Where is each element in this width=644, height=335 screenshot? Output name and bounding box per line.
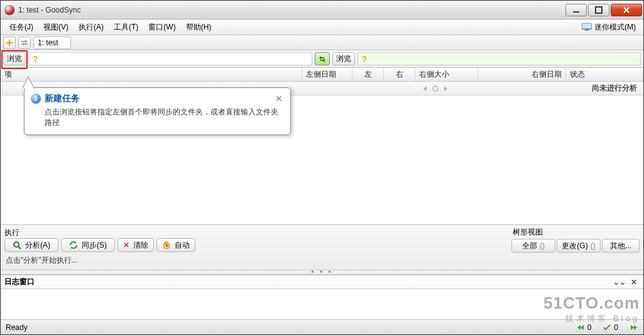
sync-direction-button[interactable] bbox=[18, 36, 31, 49]
svg-rect-0 bbox=[573, 11, 579, 13]
window-title: 1: test - GoodSync bbox=[18, 6, 564, 14]
splitter-handle[interactable]: • • • bbox=[1, 270, 643, 275]
close-button[interactable] bbox=[611, 4, 642, 16]
direction-indicator bbox=[302, 85, 568, 92]
add-tab-button[interactable] bbox=[3, 36, 16, 49]
double-arrow-right-icon bbox=[630, 324, 638, 331]
menubar: 任务(J) 视图(V) 执行(A) 工具(T) 窗口(W) 帮助(H) 迷你模式… bbox=[1, 19, 643, 35]
svg-rect-1 bbox=[596, 7, 602, 13]
log-close-button[interactable]: ✕ bbox=[628, 278, 640, 287]
left-path-input[interactable]: ? bbox=[28, 52, 312, 65]
x-icon: ✕ bbox=[123, 241, 129, 250]
log-header: 日志窗口 ⌄⌄ ✕ bbox=[1, 275, 643, 289]
tabstrip: 1: test bbox=[1, 35, 643, 50]
mini-mode-label: 迷你模式(M) bbox=[594, 22, 636, 33]
status-ready: Ready bbox=[6, 323, 28, 332]
browse-left-button[interactable]: 浏览 bbox=[3, 52, 26, 65]
svg-point-5 bbox=[433, 86, 438, 91]
maximize-button[interactable] bbox=[588, 4, 609, 16]
treeview-other-button[interactable]: 其他... bbox=[602, 239, 640, 253]
col-left[interactable]: 左 bbox=[352, 68, 384, 81]
question-icon: ? bbox=[33, 54, 38, 64]
log-panel: 日志窗口 ⌄⌄ ✕ bbox=[1, 275, 643, 319]
action-panel: 执行 分析(A) 同步(S) ✕ 清除 bbox=[1, 224, 643, 270]
app-window: 1: test - GoodSync 任务(J) 视图(V) 执行(A) 工具(… bbox=[0, 0, 644, 335]
status-left-count: 0 bbox=[576, 323, 592, 332]
menu-help[interactable]: 帮助(H) bbox=[181, 20, 217, 35]
right-path-input[interactable]: ? bbox=[357, 52, 641, 65]
magnify-icon bbox=[13, 241, 21, 250]
hint-text: 点击"分析"开始执行... bbox=[4, 253, 640, 267]
job-tab[interactable]: 1: test bbox=[33, 36, 71, 49]
browse-right-button[interactable]: 浏览 bbox=[332, 52, 355, 65]
tooltip-close-button[interactable]: ✕ bbox=[274, 94, 284, 104]
col-state[interactable]: 状态 bbox=[566, 68, 643, 81]
col-item[interactable]: 项 bbox=[1, 68, 302, 81]
titlebar: 1: test - GoodSync bbox=[1, 1, 643, 19]
execute-section-label: 执行 bbox=[4, 228, 195, 238]
tutorial-tooltip: i 新建任务 ✕ 点击浏览按钮将指定左侧首个即将同步的文件夹，或者直接输入文件夹… bbox=[24, 87, 291, 135]
mini-mode-button[interactable]: 迷你模式(M) bbox=[578, 22, 640, 33]
menu-window[interactable]: 窗口(W) bbox=[143, 20, 180, 35]
analysis-status: 尚未进行分析 bbox=[568, 83, 643, 94]
status-right-arrows bbox=[630, 324, 638, 331]
svg-rect-3 bbox=[582, 24, 591, 28]
log-collapse-button[interactable]: ⌄⌄ bbox=[611, 278, 628, 287]
col-left-date[interactable]: 左侧日期 bbox=[302, 68, 352, 81]
question-icon: ? bbox=[362, 54, 368, 64]
col-right[interactable]: 右 bbox=[384, 68, 415, 81]
auto-button[interactable]: 自动 bbox=[156, 238, 195, 252]
statusbar: Ready 0 0 bbox=[1, 319, 643, 334]
double-arrow-left-icon bbox=[576, 324, 585, 331]
tooltip-title: 新建任务 bbox=[45, 93, 270, 104]
menu-execute[interactable]: 执行(A) bbox=[74, 20, 109, 35]
clock-icon bbox=[162, 241, 171, 250]
svg-rect-4 bbox=[585, 30, 589, 31]
path-row: 浏览 ? 浏览 ? bbox=[1, 50, 643, 68]
monitor-icon bbox=[582, 23, 592, 31]
col-right-size[interactable]: 右侧大小 bbox=[415, 68, 478, 81]
info-icon: i bbox=[31, 94, 41, 104]
treeview-changes-button[interactable]: 更改(G)() bbox=[557, 239, 601, 253]
sync-button[interactable]: 同步(S) bbox=[61, 238, 115, 252]
analyze-button[interactable]: 分析(A) bbox=[4, 238, 58, 252]
app-icon bbox=[4, 5, 14, 15]
check-icon bbox=[603, 324, 611, 331]
clear-button[interactable]: ✕ 清除 bbox=[117, 238, 154, 252]
swap-button[interactable] bbox=[315, 52, 330, 65]
treeview-all-button[interactable]: 全部() bbox=[511, 239, 555, 253]
column-header: 项 左侧日期 左 右 右侧大小 右侧日期 状态 bbox=[1, 68, 643, 82]
col-right-date[interactable]: 右侧日期 bbox=[478, 68, 566, 81]
log-title: 日志窗口 bbox=[4, 277, 35, 287]
refresh-icon bbox=[69, 241, 78, 250]
status-ok-count: 0 bbox=[603, 323, 618, 332]
log-body bbox=[1, 289, 643, 319]
svg-point-6 bbox=[14, 242, 19, 247]
treeview-section-label: 树形视图 bbox=[511, 227, 640, 238]
minimize-button[interactable] bbox=[565, 4, 587, 16]
menu-view[interactable]: 视图(V) bbox=[38, 20, 74, 35]
tab-label: 1: test bbox=[38, 38, 58, 47]
tooltip-body: 点击浏览按钮将指定左侧首个即将同步的文件夹，或者直接输入文件夹路径 bbox=[31, 104, 284, 128]
menu-tools[interactable]: 工具(T) bbox=[109, 20, 143, 35]
menu-job[interactable]: 任务(J) bbox=[4, 20, 38, 35]
